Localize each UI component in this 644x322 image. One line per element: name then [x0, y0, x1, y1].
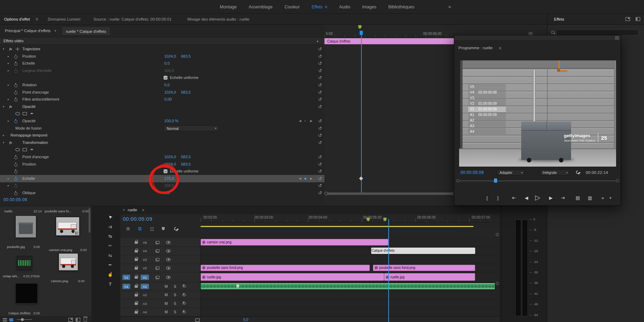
- reset-icon[interactable]: ↺: [318, 182, 322, 189]
- effect-row-point-d-ancrage[interactable]: Point d'ancrage1024,0683,5↺: [0, 153, 324, 161]
- lock-icon[interactable]: [135, 258, 138, 261]
- reset-icon[interactable]: ↺: [318, 81, 322, 89]
- effect-row-echelle-uniforme[interactable]: Echelle uniforme↺: [0, 168, 324, 175]
- previous-keyframe-icon[interactable]: ◀: [299, 175, 301, 182]
- quality-dropdown[interactable]: Intégrale ▾: [540, 169, 570, 176]
- project-item-name[interactable]: ruelle: [4, 209, 12, 213]
- slider-knob[interactable]: [21, 318, 24, 321]
- stopwatch-icon[interactable]: [14, 61, 18, 66]
- extract-button[interactable]: ▥: [588, 195, 592, 200]
- mini-timeline-scrollbar[interactable]: [327, 192, 454, 195]
- scrollbar-handle-left[interactable]: [324, 192, 328, 195]
- pen-mask-icon[interactable]: ✒: [30, 146, 33, 153]
- program-menu-icon[interactable]: ≡: [499, 46, 501, 51]
- property-value[interactable]: 1024,0: [164, 153, 176, 161]
- scrub-handle-right[interactable]: [616, 179, 619, 182]
- mute-button[interactable]: M: [165, 301, 168, 306]
- effect-row-echelle[interactable]: ▸Echelle0,0↺: [0, 60, 324, 67]
- lock-icon[interactable]: [135, 302, 138, 305]
- master-volume-value[interactable]: 0,0: [243, 317, 248, 322]
- workspace-tab-montage[interactable]: Montage: [220, 5, 237, 9]
- stopwatch-icon[interactable]: [14, 177, 18, 181]
- tab-source-monitor[interactable]: Source : ruelle: Calque d'effets: 00:00:…: [93, 14, 172, 25]
- clip-tab[interactable]: ruelle * Calque d'effets: [61, 27, 111, 36]
- track-target-v1[interactable]: V1: [141, 275, 149, 280]
- program-video-frame[interactable]: V5V402:00:00:08V3V201:00:05:09V101:00:05…: [459, 60, 616, 167]
- track-lane-a2[interactable]: [201, 291, 500, 300]
- track-lane-v5[interactable]: fxcamion vrai.png: [201, 238, 500, 247]
- program-scrub-bar[interactable]: [454, 178, 621, 184]
- stopwatch-icon[interactable]: [14, 184, 18, 188]
- hand-tool-icon[interactable]: ☝: [103, 272, 117, 277]
- tab-options-effet[interactable]: Options d'effet: [4, 14, 30, 25]
- new-item-icon[interactable]: [76, 318, 80, 322]
- reset-icon[interactable]: ↺: [318, 89, 322, 96]
- record-icon[interactable]: [182, 284, 186, 288]
- effect-row-remappage-temporel[interactable]: ▸Remappage temporel↺: [0, 132, 324, 139]
- ripple-edit-tool-icon[interactable]: ↹: [103, 234, 117, 239]
- clip-poubelle-sans-fond-png[interactable]: fxpoubelle sans fond.png: [201, 265, 370, 271]
- track-lane-a4[interactable]: [201, 308, 500, 317]
- keyframe-diamond-icon[interactable]: [359, 176, 363, 180]
- chevron-right-icon[interactable]: ▸: [8, 81, 9, 89]
- source-patch-a1[interactable]: A1: [122, 284, 130, 289]
- timeline-scroll-dot-bottom[interactable]: [496, 282, 499, 285]
- rect-mask-icon[interactable]: [23, 148, 27, 151]
- effect-row-transformation[interactable]: ▾fxTransformation↺: [0, 139, 324, 146]
- lock-icon[interactable]: [135, 241, 138, 244]
- zoom-slider[interactable]: [17, 319, 32, 320]
- workspace-overflow-button[interactable]: »: [448, 0, 451, 14]
- project-thumbnail-poubelle-jpg[interactable]: [15, 215, 36, 238]
- stopwatch-icon[interactable]: [14, 97, 18, 102]
- chevron-right-icon[interactable]: ▸: [3, 132, 4, 139]
- effect-row-row19[interactable]: ▸100,0↺: [0, 182, 324, 189]
- selection-tool-icon[interactable]: ➤: [104, 210, 117, 224]
- go-to-out-button[interactable]: ⇥: [561, 195, 565, 200]
- timeline-tab[interactable]: ruelle: [128, 206, 137, 214]
- video-effects-section-header[interactable]: Effets vidéo ▴: [0, 37, 324, 45]
- track-target-v4[interactable]: V4: [141, 248, 149, 254]
- stopwatch-icon[interactable]: [14, 90, 18, 95]
- chevron-down-icon[interactable]: ▾: [3, 103, 4, 110]
- effect-row-opacit[interactable]: ▸Opacité100,0 %◀○▶↺: [0, 117, 324, 125]
- razor-tool-icon[interactable]: ✂: [103, 243, 117, 248]
- lock-icon[interactable]: [135, 250, 138, 253]
- effect-row-position[interactable]: Position1024,0683,5↺: [0, 161, 324, 168]
- property-value[interactable]: 100,0 %: [164, 117, 178, 125]
- record-icon[interactable]: [182, 301, 186, 306]
- effect-row-point-d-ancrage[interactable]: Point d'ancrage1024,0683,5↺: [0, 89, 324, 96]
- track-lane-a3[interactable]: [201, 299, 500, 308]
- step-back-button[interactable]: ◀: [525, 195, 528, 200]
- track-target-v3[interactable]: V3: [141, 257, 149, 262]
- track-select-tool-icon[interactable]: ⇉: [103, 224, 117, 229]
- stopwatch-icon[interactable]: [14, 169, 18, 174]
- record-icon[interactable]: [182, 310, 186, 314]
- project-item-name[interactable]: camion vrai.png: [49, 248, 72, 252]
- project-thumbnail-camion-vrai-png[interactable]: [56, 217, 80, 236]
- stopwatch-icon[interactable]: [14, 155, 18, 159]
- tab-mixage-audio[interactable]: Mixage des éléments audio : ruelle: [187, 14, 249, 25]
- effect-row-filtre-antiscintillement[interactable]: ▸Filtre antiscintillement0,00↺: [0, 96, 324, 103]
- slip-tool-icon[interactable]: ⇆: [103, 253, 117, 258]
- chevron-right-icon[interactable]: ▸: [8, 117, 9, 125]
- previous-keyframe-icon[interactable]: ◀: [299, 117, 301, 125]
- source-patch-v1[interactable]: V1: [122, 275, 130, 280]
- reset-icon[interactable]: ↺: [318, 103, 322, 110]
- track-target-a2[interactable]: A2: [141, 292, 149, 298]
- reset-icon[interactable]: ↺: [318, 67, 322, 74]
- program-timecode[interactable]: 00:00:05:09: [460, 169, 484, 176]
- workspace-tab-biblioth-ques[interactable]: Bibliothèques: [388, 5, 414, 9]
- property-value[interactable]: 0,0: [164, 60, 170, 67]
- property-value[interactable]: 0,0: [164, 189, 170, 197]
- reset-icon[interactable]: ↺: [318, 74, 322, 81]
- effect-row-echelle[interactable]: ▸Echelle175,0◀◆▶↺: [0, 175, 324, 182]
- work-area-bar[interactable]: [201, 226, 473, 227]
- property-value[interactable]: 175,0: [164, 175, 174, 182]
- lock-icon[interactable]: [135, 294, 138, 297]
- add-keyframe-icon[interactable]: ◆: [304, 175, 307, 182]
- play-button[interactable]: ▷: [535, 193, 540, 202]
- track-output-icon[interactable]: [166, 241, 171, 244]
- add-marker-icon[interactable]: [162, 227, 165, 230]
- clip-camion-vrai-png[interactable]: fxcamion vrai.png: [201, 239, 388, 246]
- collapse-icon[interactable]: ▴: [317, 37, 319, 45]
